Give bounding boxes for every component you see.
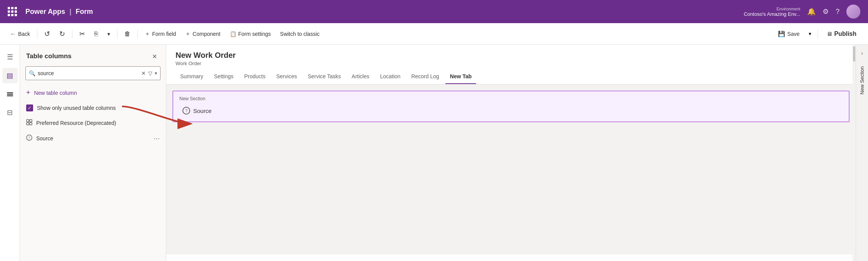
chevron-down-icon: ▾: [107, 31, 110, 37]
tab-record-log[interactable]: Record Log: [406, 69, 443, 84]
switch-to-classic-button[interactable]: Switch to classic: [276, 29, 324, 39]
form-tabs: Summary Settings Products Services Servi…: [166, 69, 856, 84]
source-field[interactable]: ? Source: [179, 104, 843, 117]
back-button[interactable]: ← Back: [6, 28, 34, 40]
checkbox-checked-icon: ✓: [26, 104, 33, 111]
save-dropdown-button[interactable]: ▾: [806, 29, 814, 39]
publish-icon: 🖥: [826, 30, 832, 37]
toolbar-separator-5: [818, 29, 818, 39]
paste-button[interactable]: ⎘: [90, 28, 102, 40]
avatar[interactable]: [846, 5, 860, 19]
drag-arrow: [114, 101, 199, 131]
svg-rect-2: [7, 95, 13, 96]
svg-rect-1: [7, 94, 13, 95]
sidebar-icon-hamburger[interactable]: ☰: [2, 49, 18, 65]
tab-location[interactable]: Location: [375, 69, 405, 84]
chevron-down-save-icon: ▾: [809, 31, 811, 37]
new-section[interactable]: New Section ? Source: [172, 91, 850, 122]
form-content: New Work Order Work Order Summary Settin…: [166, 45, 856, 261]
toolbar-right: 💾 Save ▾ 🖥 Publish: [773, 28, 862, 40]
settings-icon[interactable]: ⚙: [823, 7, 829, 16]
preferred-resource-icon: [26, 119, 32, 127]
delete-icon: 🗑: [124, 30, 130, 37]
delete-button[interactable]: 🗑: [120, 28, 134, 40]
svg-rect-3: [27, 120, 29, 122]
component-button[interactable]: ＋ Component: [181, 28, 224, 40]
form-settings-icon: 📋: [230, 31, 236, 37]
panel-header: Table columns ✕: [20, 45, 166, 66]
search-input[interactable]: [38, 70, 139, 76]
panel-title: Table columns: [26, 52, 72, 60]
panel-close-button[interactable]: ✕: [149, 51, 160, 62]
top-nav-right: Environment Contoso's Amazing Env... 🔔 ⚙…: [744, 5, 860, 19]
tab-settings[interactable]: Settings: [209, 69, 238, 84]
source-item[interactable]: ? Source ⋯: [20, 131, 166, 146]
right-collapse-button[interactable]: ›: [857, 48, 868, 59]
icon-sidebar: ☰ ▤ ⊟: [0, 45, 20, 261]
toolbar-separator-4: [137, 29, 138, 39]
form-field-button[interactable]: ＋ Form field: [141, 28, 180, 40]
svg-rect-6: [30, 123, 32, 125]
back-icon: ←: [10, 30, 16, 37]
form-canvas: New Work Order Work Order Summary Settin…: [166, 45, 856, 261]
source-more-icon[interactable]: ⋯: [154, 135, 160, 142]
dropdown-arrow-button[interactable]: ▾: [104, 29, 114, 39]
toolbar-separator-1: [37, 29, 37, 39]
search-chevron-icon[interactable]: ▾: [155, 71, 157, 76]
sidebar-icon-components[interactable]: ⊟: [2, 105, 18, 120]
svg-text:?: ?: [28, 136, 30, 140]
environment-info: Environment Contoso's Amazing Env...: [744, 7, 800, 17]
scroll-track[interactable]: [853, 45, 856, 261]
main-layout: ☰ ▤ ⊟ Table columns ✕ 🔍 ✕ ▽ ▾ + New tabl…: [0, 45, 868, 261]
sidebar-icon-form-fields[interactable]: ▤: [2, 68, 18, 83]
scroll-thumb: [853, 46, 855, 62]
form-body: New Section ? Source: [166, 84, 856, 254]
toolbar: ← Back ↺ ↻ ✂ ⎘ ▾ 🗑 ＋ Form field ＋ Compon…: [0, 23, 868, 45]
svg-rect-5: [27, 123, 29, 125]
source-question-icon: ?: [26, 135, 32, 142]
publish-button[interactable]: 🖥 Publish: [821, 28, 862, 40]
sidebar-icon-layers[interactable]: [2, 86, 18, 102]
tab-service-tasks[interactable]: Service Tasks: [303, 69, 345, 84]
save-icon: 💾: [778, 30, 785, 37]
cut-button[interactable]: ✂: [75, 27, 89, 40]
toolbar-separator-3: [117, 29, 117, 39]
top-nav: Power Apps | Form Environment Contoso's …: [0, 0, 868, 23]
form-header: New Work Order Work Order: [166, 45, 856, 66]
paste-icon: ⎘: [94, 30, 98, 37]
plus-icon: ＋: [145, 30, 150, 37]
svg-rect-0: [7, 92, 13, 93]
undo-button[interactable]: ↺: [40, 27, 54, 40]
redo-icon: ↻: [59, 30, 65, 38]
filter-icon[interactable]: ▽: [148, 70, 152, 76]
app-title: Power Apps | Form: [25, 8, 93, 16]
new-section-label: New Section: [179, 96, 843, 101]
cut-icon: ✂: [79, 30, 85, 38]
help-icon[interactable]: ?: [836, 8, 840, 16]
tab-services[interactable]: Services: [272, 69, 302, 84]
apps-icon[interactable]: [8, 7, 17, 16]
tab-products[interactable]: Products: [240, 69, 270, 84]
tab-articles[interactable]: Articles: [347, 69, 374, 84]
search-clear-icon[interactable]: ✕: [141, 70, 146, 76]
form-settings-button[interactable]: 📋 Form settings: [226, 29, 275, 39]
notification-icon[interactable]: 🔔: [807, 7, 816, 16]
form-subtitle: Work Order: [176, 61, 846, 66]
top-nav-left: Power Apps | Form: [8, 7, 744, 16]
tab-summary[interactable]: Summary: [176, 69, 208, 84]
form-title: New Work Order: [176, 51, 846, 60]
plus-icon: +: [26, 89, 30, 97]
toolbar-separator-2: [72, 29, 72, 39]
undo-icon: ↺: [44, 30, 50, 38]
right-panel-label: New Section: [859, 66, 865, 94]
table-columns-panel: Table columns ✕ 🔍 ✕ ▽ ▾ + New table colu…: [20, 45, 166, 261]
right-panel: › New Section: [856, 45, 868, 261]
search-box: 🔍 ✕ ▽ ▾: [25, 66, 161, 80]
redo-button[interactable]: ↻: [55, 27, 69, 40]
new-table-column-item[interactable]: + New table column: [20, 85, 166, 101]
svg-rect-4: [30, 120, 32, 122]
tab-new-tab[interactable]: New Tab: [445, 69, 477, 84]
component-plus-icon: ＋: [185, 30, 191, 37]
search-icon: 🔍: [29, 70, 35, 76]
save-button[interactable]: 💾 Save: [773, 28, 804, 40]
